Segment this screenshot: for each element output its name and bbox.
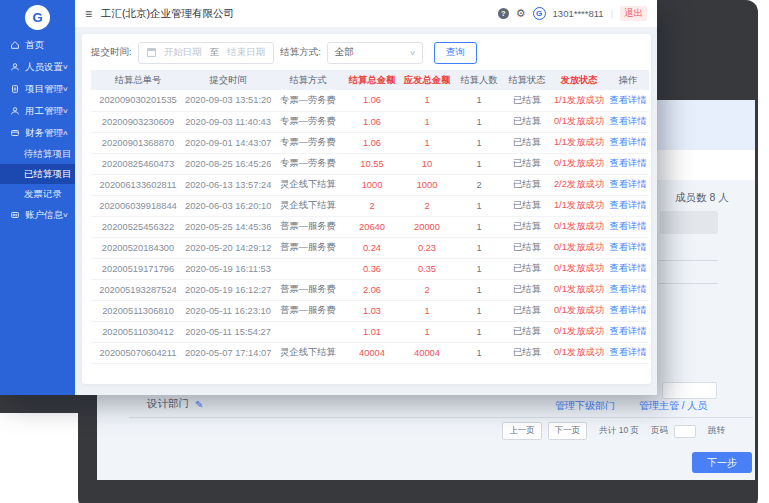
view-detail-link[interactable]: 查看详情 <box>607 111 649 132</box>
cell-settle-id: 20200519171796 <box>91 258 185 279</box>
manage-sub-dept-link[interactable]: 管理下级部门 <box>555 399 615 413</box>
cell-settle-amount: 1.06 <box>345 111 399 132</box>
page-number-input[interactable] <box>674 425 696 438</box>
view-detail-link[interactable]: 查看详情 <box>607 321 649 342</box>
view-detail-link[interactable]: 查看详情 <box>607 258 649 279</box>
divider <box>129 417 753 418</box>
settings-gear-icon[interactable]: ⚙ <box>516 8 526 19</box>
table-row: 202009032306092020-09-03 11:40:43专票—劳务费1… <box>91 111 649 132</box>
topbar-actions: ? ⚙ G 1301****811 | 退出 <box>498 6 647 21</box>
cell-submit-time: 2020-05-11 16:23:10 <box>185 300 271 321</box>
next-page-button[interactable]: 下一页 <box>548 422 588 440</box>
cell-pay-amount: 40004 <box>399 342 455 363</box>
cell-settle-status: 已结算 <box>503 195 551 216</box>
cell-people-count: 1 <box>455 195 503 216</box>
department-name: 设计部门 <box>147 397 189 411</box>
cell-submit-time: 2020-06-13 13:57:24 <box>185 174 271 195</box>
project-icon <box>10 84 21 95</box>
view-detail-link[interactable]: 查看详情 <box>607 195 649 216</box>
cell-settle-status: 已结算 <box>503 216 551 237</box>
sidebar-item-7[interactable]: 已结算项目 <box>0 164 75 184</box>
date-range-input[interactable]: 开始日期 至 结束日期 <box>138 42 275 64</box>
cell-pay-amount: 0.35 <box>399 258 455 279</box>
cell-settle-status: 已结算 <box>503 300 551 321</box>
cell-dispatch-status: 0/1发放成功 <box>551 237 607 258</box>
table-row: 2020061336028112020-06-13 13:57:24灵企线下结算… <box>91 174 649 195</box>
table-row: 2020051932875242020-05-19 16:12:27普票—服务费… <box>91 279 649 300</box>
cell-dispatch-status: 1/1发放成功 <box>551 195 607 216</box>
sidebar-item-8[interactable]: 发票记录 <box>0 184 75 204</box>
view-detail-link[interactable]: 查看详情 <box>607 174 649 195</box>
cell-people-count: 1 <box>455 321 503 342</box>
sidebar-item-2[interactable]: 人员设置∨ <box>0 56 75 78</box>
cell-submit-time: 2020-05-11 15:54:27 <box>185 321 271 342</box>
cell-dispatch-status: 0/1发放成功 <box>551 258 607 279</box>
cell-settle-id: 20200825460473 <box>91 153 185 174</box>
sidebar-item-5[interactable]: 财务管理∧ <box>0 122 75 144</box>
brand-logo-icon: G <box>533 7 546 20</box>
start-date-placeholder: 开始日期 <box>164 46 202 59</box>
cell-settle-amount: 2 <box>345 195 399 216</box>
view-detail-link[interactable]: 查看详情 <box>607 300 649 321</box>
help-icon[interactable]: ? <box>498 8 509 19</box>
collapse-menu-icon[interactable]: ≡ <box>85 7 92 21</box>
sidebar-item-1[interactable]: 首页 <box>0 34 75 56</box>
sidebar-item-label: 首页 <box>25 39 44 52</box>
manage-manager-link[interactable]: 管理主管 / 人员 <box>639 399 707 413</box>
cell-pay-amount: 1 <box>399 90 455 111</box>
next-step-button[interactable]: 下一步 <box>692 452 752 473</box>
cell-settle-amount: 1.01 <box>345 321 399 342</box>
col-header-submit-time: 提交时间 <box>185 70 271 90</box>
sidebar: G 首页人员设置∨项目管理∨用工管理∨财务管理∧待结算项目已结算项目发票记录账户… <box>0 0 75 395</box>
cell-people-count: 1 <box>455 258 503 279</box>
table-row: 2020050706042112020-05-07 17:14:07灵企线下结算… <box>91 342 649 363</box>
finance-icon <box>10 128 21 139</box>
page-total-label: 共计 10 页 <box>599 425 639 437</box>
search-button[interactable]: 查询 <box>434 42 477 64</box>
settle-method-select[interactable]: 全部 ∨ <box>327 42 423 64</box>
cell-people-count: 2 <box>455 174 503 195</box>
view-detail-link[interactable]: 查看详情 <box>607 279 649 300</box>
cell-dispatch-status: 0/1发放成功 <box>551 300 607 321</box>
cell-settle-status: 已结算 <box>503 174 551 195</box>
chevron-down-icon: ∨ <box>62 63 69 71</box>
prev-page-button[interactable]: 上一页 <box>502 422 542 440</box>
member-count-label: 成员数 8 人 <box>675 191 729 205</box>
view-detail-link[interactable]: 查看详情 <box>607 90 649 111</box>
cell-settle-status: 已结算 <box>503 111 551 132</box>
chevron-down-icon: ∨ <box>62 85 69 93</box>
sidebar-item-3[interactable]: 项目管理∨ <box>0 78 75 100</box>
cell-settle-amount: 40004 <box>345 342 399 363</box>
page-jump-button[interactable]: 跳转 <box>708 425 725 437</box>
table-row: 202009013688702020-09-01 14:43:07专票—劳务费1… <box>91 132 649 153</box>
cell-pay-amount: 1 <box>399 300 455 321</box>
submit-time-label: 提交时间: <box>91 46 132 59</box>
sidebar-item-6[interactable]: 待结算项目 <box>0 144 75 164</box>
view-detail-link[interactable]: 查看详情 <box>607 216 649 237</box>
view-detail-link[interactable]: 查看详情 <box>607 237 649 258</box>
logout-button[interactable]: 退出 <box>620 6 647 21</box>
view-detail-link[interactable]: 查看详情 <box>607 132 649 153</box>
col-header-settle-method: 结算方式 <box>271 70 345 90</box>
col-header-dispatch-status: 发放状态 <box>551 70 607 90</box>
edit-icon[interactable]: ✎ <box>195 399 203 410</box>
cell-settle-status: 已结算 <box>503 132 551 153</box>
background-input-field[interactable] <box>662 382 717 399</box>
sidebar-item-label: 财务管理 <box>25 127 63 140</box>
topbar: ≡ 工汇(北京)企业管理有限公司 ? ⚙ G 1301****811 | 退出 <box>75 0 657 28</box>
sidebar-item-label: 账户信息 <box>25 209 63 222</box>
col-header-action: 操作 <box>607 70 649 90</box>
date-to-label: 至 <box>210 46 220 59</box>
sidebar-item-9[interactable]: 账户信息∨ <box>0 204 75 226</box>
view-detail-link[interactable]: 查看详情 <box>607 342 649 363</box>
cell-settle-id: 20200901368870 <box>91 132 185 153</box>
worker-icon <box>10 106 21 117</box>
cell-pay-amount: 0.23 <box>399 237 455 258</box>
table-row: 2020090302015352020-09-03 13:51:20专票—劳务费… <box>91 90 649 111</box>
cell-pay-amount: 10 <box>399 153 455 174</box>
view-detail-link[interactable]: 查看详情 <box>607 153 649 174</box>
cell-submit-time: 2020-09-01 14:43:07 <box>185 132 271 153</box>
cell-settle-id: 20200511306810 <box>91 300 185 321</box>
sidebar-item-4[interactable]: 用工管理∨ <box>0 100 75 122</box>
col-header-pay-amount: 应发总金额 <box>399 70 455 90</box>
